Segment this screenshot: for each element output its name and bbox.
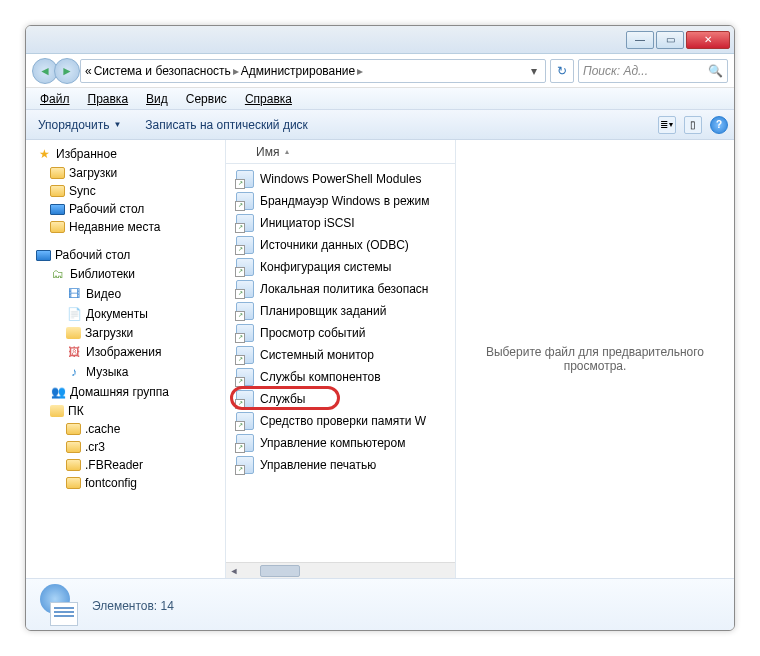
file-item[interactable]: Просмотр событий <box>226 322 455 344</box>
pictures-icon: 🖼 <box>66 344 82 360</box>
music-icon: ♪ <box>66 364 82 380</box>
nav-cache[interactable]: .cache <box>26 420 225 438</box>
breadcrumb-dropdown[interactable]: ▾ <box>527 64 541 78</box>
column-header-name[interactable]: Имя▴ <box>226 140 455 164</box>
file-item[interactable]: Брандмауэр Windows в режим <box>226 190 455 212</box>
breadcrumb[interactable]: « Система и безопасность ▸ Администриров… <box>80 59 546 83</box>
status-bar: Элементов: 14 <box>26 578 734 631</box>
file-list[interactable]: Windows PowerShell ModulesБрандмауэр Win… <box>226 164 455 562</box>
file-item[interactable]: Конфигурация системы <box>226 256 455 278</box>
close-button[interactable]: ✕ <box>686 31 730 49</box>
desktop-icon <box>50 204 65 215</box>
nav-pictures[interactable]: 🖼Изображения <box>26 342 225 362</box>
nav-buttons: ◄ ► <box>32 58 76 84</box>
folder-icon <box>50 167 65 179</box>
refresh-button[interactable]: ↻ <box>550 59 574 83</box>
preview-placeholder: Выберите файл для предварительного просм… <box>466 345 724 373</box>
breadcrumb-seg-1[interactable]: Система и безопасность <box>94 64 231 78</box>
minimize-button[interactable]: — <box>626 31 654 49</box>
file-item-label: Управление компьютером <box>260 436 405 450</box>
preview-pane-button[interactable]: ▯ <box>684 116 702 134</box>
maximize-button[interactable]: ▭ <box>656 31 684 49</box>
shortcut-icon <box>236 258 254 276</box>
documents-icon: 📄 <box>66 306 82 322</box>
shortcut-icon <box>236 324 254 342</box>
search-icon: 🔍 <box>708 64 723 78</box>
file-item[interactable]: Системный монитор <box>226 344 455 366</box>
nav-cr3[interactable]: .cr3 <box>26 438 225 456</box>
forward-button[interactable]: ► <box>54 58 80 84</box>
nav-desktop-root[interactable]: Рабочий стол <box>26 246 225 264</box>
navigation-pane[interactable]: ★Избранное Загрузки Sync Рабочий стол Не… <box>26 140 226 578</box>
video-icon: 🎞 <box>66 286 82 302</box>
file-item-label: Локальная политика безопасн <box>260 282 428 296</box>
file-item[interactable]: Управление компьютером <box>226 432 455 454</box>
file-item[interactable]: Источники данных (ODBC) <box>226 234 455 256</box>
shortcut-icon <box>236 302 254 320</box>
nav-downloads-lib[interactable]: Загрузки <box>26 324 225 342</box>
shortcut-icon <box>236 170 254 188</box>
address-bar: ◄ ► « Система и безопасность ▸ Администр… <box>26 54 734 88</box>
file-item[interactable]: Windows PowerShell Modules <box>226 168 455 190</box>
horizontal-scrollbar[interactable]: ◄ <box>226 562 455 578</box>
nav-music[interactable]: ♪Музыка <box>26 362 225 382</box>
file-item-label: Брандмауэр Windows в режим <box>260 194 430 208</box>
folder-icon <box>66 423 81 435</box>
star-icon: ★ <box>36 146 52 162</box>
organize-button[interactable]: Упорядочить▼ <box>32 115 127 135</box>
help-button[interactable]: ? <box>710 116 728 134</box>
menu-view[interactable]: Вид <box>138 90 176 108</box>
nav-pc[interactable]: ПК <box>26 402 225 420</box>
toolbar: Упорядочить▼ Записать на оптический диск… <box>26 110 734 140</box>
file-item[interactable]: Службы компонентов <box>226 366 455 388</box>
desktop-icon <box>36 250 51 261</box>
libraries-icon: 🗂 <box>50 266 66 282</box>
nav-video[interactable]: 🎞Видео <box>26 284 225 304</box>
shortcut-icon <box>236 390 254 408</box>
titlebar: — ▭ ✕ <box>26 26 734 54</box>
file-item[interactable]: Управление печатью <box>226 454 455 476</box>
nav-favorites[interactable]: ★Избранное <box>26 144 225 164</box>
nav-downloads[interactable]: Загрузки <box>26 164 225 182</box>
sort-indicator-icon: ▴ <box>285 147 289 156</box>
menu-tools[interactable]: Сервис <box>178 90 235 108</box>
file-item[interactable]: Средство проверки памяти W <box>226 410 455 432</box>
shortcut-icon <box>236 412 254 430</box>
menu-edit[interactable]: Правка <box>80 90 137 108</box>
breadcrumb-sep: ▸ <box>357 64 363 78</box>
nav-libraries[interactable]: 🗂Библиотеки <box>26 264 225 284</box>
search-input[interactable]: Поиск: Ад... 🔍 <box>578 59 728 83</box>
nav-homegroup[interactable]: 👥Домашняя группа <box>26 382 225 402</box>
file-item[interactable]: Локальная политика безопасн <box>226 278 455 300</box>
shortcut-icon <box>236 346 254 364</box>
view-mode-button[interactable]: ≣ ▼ <box>658 116 676 134</box>
shortcut-icon <box>236 280 254 298</box>
file-item-label: Средство проверки памяти W <box>260 414 426 428</box>
folder-icon <box>50 185 65 197</box>
file-item[interactable]: Инициатор iSCSI <box>226 212 455 234</box>
nav-desktop[interactable]: Рабочий стол <box>26 200 225 218</box>
breadcrumb-seg-2[interactable]: Администрирование <box>241 64 355 78</box>
file-item[interactable]: Планировщик заданий <box>226 300 455 322</box>
file-list-pane: Имя▴ Windows PowerShell ModulesБрандмауэ… <box>226 140 456 578</box>
status-text: Элементов: 14 <box>92 599 174 613</box>
nav-fontconfig[interactable]: fontconfig <box>26 474 225 492</box>
shortcut-icon <box>236 214 254 232</box>
nav-recent[interactable]: Недавние места <box>26 218 225 236</box>
file-item[interactable]: Службы <box>226 388 455 410</box>
menu-file[interactable]: Файл <box>32 90 78 108</box>
body: ★Избранное Загрузки Sync Рабочий стол Не… <box>26 140 734 578</box>
nav-sync[interactable]: Sync <box>26 182 225 200</box>
shortcut-icon <box>236 192 254 210</box>
menu-help[interactable]: Справка <box>237 90 300 108</box>
search-placeholder: Поиск: Ад... <box>583 64 648 78</box>
file-item-label: Управление печатью <box>260 458 376 472</box>
nav-fbreader[interactable]: .FBReader <box>26 456 225 474</box>
folder-icon <box>66 441 81 453</box>
burn-button[interactable]: Записать на оптический диск <box>139 115 314 135</box>
breadcrumb-root-icon: « <box>85 64 92 78</box>
explorer-window: — ▭ ✕ ◄ ► « Система и безопасность ▸ Адм… <box>25 25 735 631</box>
nav-documents[interactable]: 📄Документы <box>26 304 225 324</box>
folder-icon <box>66 459 81 471</box>
file-item-label: Источники данных (ODBC) <box>260 238 409 252</box>
